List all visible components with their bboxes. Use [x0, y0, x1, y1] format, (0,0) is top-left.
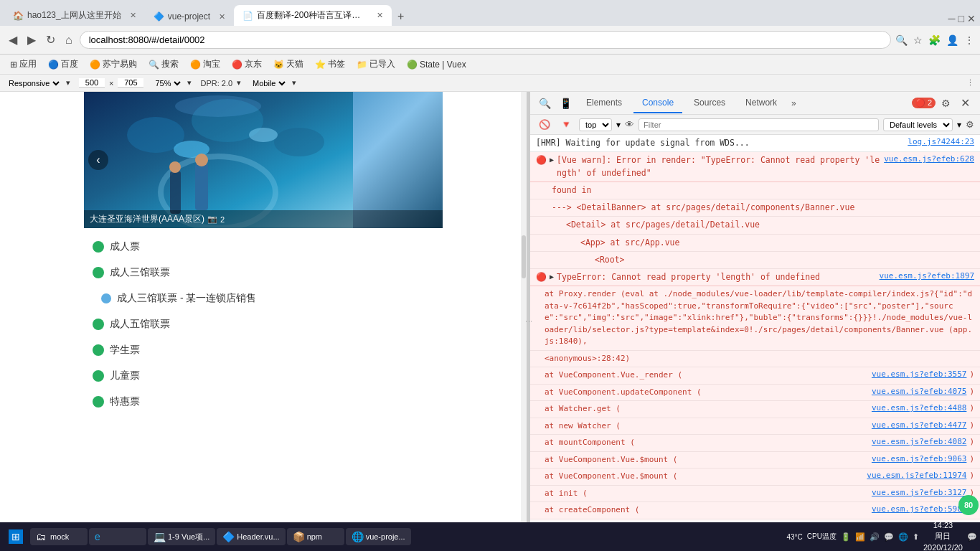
ticket-icon-student [93, 344, 104, 356]
profile-icon[interactable]: 👤 [946, 34, 958, 46]
taskbar-item-mock[interactable]: 🗂 mock [30, 528, 88, 545]
ticket-item-special[interactable]: 特惠票 [84, 389, 443, 415]
bookmark-vuex[interactable]: 🟢 State | Vuex [402, 58, 471, 71]
carousel-prev-button[interactable]: ‹ [88, 150, 108, 170]
panel-resize-handle[interactable]: ⋮ [527, 92, 530, 551]
ticket-icon-adult-triple-sub [101, 293, 111, 303]
ticket-item-adult-triple-sub[interactable]: 成人三馆联票 - 某一连锁店销售 [84, 286, 443, 311]
tray-more[interactable]: ⬆ [913, 532, 919, 542]
root-text: <Root> [595, 254, 974, 266]
more-options-icon[interactable]: ⋮ [966, 78, 974, 88]
mobile-select[interactable]: Mobile [250, 78, 288, 88]
responsive-width-input[interactable] [79, 78, 105, 88]
stack-link-11[interactable]: vue.esm.js?efeb:5989 [872, 504, 966, 514]
bookmark-jd[interactable]: 🔴 京东 [227, 57, 266, 72]
tab-elements[interactable]: Elements [578, 93, 631, 113]
taskbar-item-header[interactable]: 🔷 Header.vu... [217, 528, 285, 545]
notification-icon[interactable]: 💬 [967, 532, 977, 542]
taskbar-item-npm[interactable]: 📦 npm [287, 528, 344, 545]
ticket-item-adult-triple[interactable]: 成人三馆联票 [84, 260, 443, 286]
tab1-close[interactable]: ✕ [130, 11, 136, 20]
tab2-close[interactable]: ✕ [219, 12, 225, 22]
zoom-select[interactable]: 75% [152, 78, 183, 88]
extensions-icon[interactable]: 🧩 [928, 34, 941, 46]
ticket-item-student[interactable]: 学生票 [84, 337, 443, 363]
bookmark-suning[interactable]: 🟠 苏宁易购 [85, 57, 141, 72]
volume-icon[interactable]: 🔊 [870, 532, 880, 542]
console-entry-detail: <Detail> at src/pages/detail/Detail.vue [530, 217, 980, 234]
search-icon[interactable]: 🔍 [895, 34, 908, 46]
console-settings-button[interactable]: ⚙ [966, 119, 974, 130]
menu-icon[interactable]: ⋮ [964, 34, 974, 46]
taskbar-item-vue-proj[interactable]: 💻 1-9 Vue项... [148, 528, 215, 545]
console-stack-9: at VueComponent.Vue.$mount ( vue.esm.js?… [530, 468, 980, 486]
ticket-item-adult[interactable]: 成人票 [84, 234, 443, 260]
console-clear-button[interactable]: 🚫 [536, 118, 553, 131]
forward-button[interactable]: ▶ [24, 32, 39, 48]
typeerror-link[interactable]: vue.esm.js?efeb:1897 [880, 271, 974, 281]
tab-3[interactable]: 📄 百度翻译-200种语言互译、沟通... ✕ [234, 5, 392, 26]
tab3-close[interactable]: ✕ [377, 11, 383, 20]
expand-arrow-type[interactable]: ▶ [550, 273, 554, 281]
tab-network[interactable]: Network [737, 93, 786, 113]
console-filter-toggle[interactable]: 🔻 [557, 118, 575, 131]
stack-link-4[interactable]: vue.esm.js?efeb:4075 [872, 387, 966, 396]
bookmark-imported[interactable]: 📁 已导入 [352, 57, 400, 72]
console-level-select[interactable]: Default levels [883, 118, 953, 131]
url-input[interactable] [80, 31, 891, 49]
tab-more[interactable]: » [788, 94, 799, 113]
console-eye-button[interactable]: 👁 [625, 119, 634, 130]
message-icon[interactable]: 💬 [884, 532, 894, 542]
bookmark-bookmarks[interactable]: ⭐ 书签 [311, 57, 349, 72]
ticket-item-adult-five[interactable]: 成人五馆联票 [84, 311, 443, 337]
close-window-button[interactable]: ✕ [967, 13, 976, 24]
start-button[interactable]: ⊞ [3, 524, 29, 550]
globe-icon[interactable]: 🌐 [898, 532, 908, 542]
battery-icon[interactable]: 🔋 [841, 532, 851, 542]
stack-link-9[interactable]: vue.esm.js?efeb:11974 [867, 471, 966, 480]
console-filter-input[interactable] [639, 118, 879, 131]
taskbar-clock[interactable]: 14:23 周日 2020/12/20 [923, 520, 963, 551]
taskbar-item-ie[interactable]: e [89, 528, 146, 545]
responsive-mode-select[interactable]: Responsive [6, 78, 62, 88]
star-icon[interactable]: ☆ [913, 34, 923, 46]
network-icon[interactable]: 📶 [855, 532, 865, 542]
vue-warn-link[interactable]: vue.esm.js?efeb:628 [884, 154, 974, 164]
expand-arrow-warn[interactable]: ▶ [550, 156, 554, 164]
maximize-button[interactable]: □ [958, 13, 964, 24]
stack-link-5[interactable]: vue.esm.js?efeb:4488 [872, 403, 966, 413]
stack-link-7[interactable]: vue.esm.js?efeb:4082 [872, 437, 966, 446]
tab-console[interactable]: Console [633, 93, 682, 113]
page-scrollbar-thumb[interactable] [522, 235, 526, 278]
devtools-inspect-button[interactable]: 🔍 [536, 95, 554, 112]
bookmark-taobao[interactable]: 🟠 淘宝 [186, 57, 225, 72]
bookmark-apps[interactable]: ⊞ 应用 [6, 57, 41, 72]
back-button[interactable]: ◀ [6, 32, 20, 48]
tab-1[interactable]: 🏠 hao123_上网从这里开始 ✕ [4, 5, 145, 26]
console-context-select[interactable]: top [579, 118, 612, 131]
taskbar-item-chrome[interactable]: 🌐 vue-proje... [346, 528, 411, 545]
hmr-link[interactable]: log.js?4244:23 [908, 137, 974, 146]
carousel-title: 大连圣亚海洋世界(AAAA景区) [90, 213, 204, 225]
stack-link-3[interactable]: vue.esm.js?efeb:3557 [872, 369, 966, 379]
responsive-height-input[interactable] [118, 78, 143, 88]
bookmark-search[interactable]: 🔍 搜索 [144, 57, 183, 72]
stack-link-6[interactable]: vue.esm.js?efeb:4477 [872, 420, 966, 430]
devtools-close-button[interactable]: ✕ [956, 95, 974, 111]
stack-link-8[interactable]: vue.esm.js?efeb:9063 [872, 454, 966, 463]
error-icon: 🔴 [915, 98, 925, 107]
green-circle-button[interactable]: 80 [958, 495, 979, 515]
minimize-button[interactable]: ─ [948, 13, 956, 24]
devtools-settings-button[interactable]: ⚙ [938, 95, 953, 112]
error-icon-warn: 🔴 [536, 155, 547, 165]
home-button[interactable]: ⌂ [62, 32, 75, 48]
stack-link-10[interactable]: vue.esm.js?efeb:3127 [872, 488, 966, 497]
bookmark-baidu[interactable]: 🔵 百度 [44, 57, 83, 72]
refresh-button[interactable]: ↻ [43, 32, 58, 48]
devtools-device-button[interactable]: 📱 [557, 95, 575, 112]
bookmark-tmall[interactable]: 🐱 天猫 [269, 57, 308, 72]
tab-2[interactable]: 🔷 vue-project ✕ [145, 7, 234, 26]
ticket-item-child[interactable]: 儿童票 [84, 363, 443, 389]
new-tab-button[interactable]: + [392, 7, 410, 26]
tab-sources[interactable]: Sources [685, 93, 734, 113]
